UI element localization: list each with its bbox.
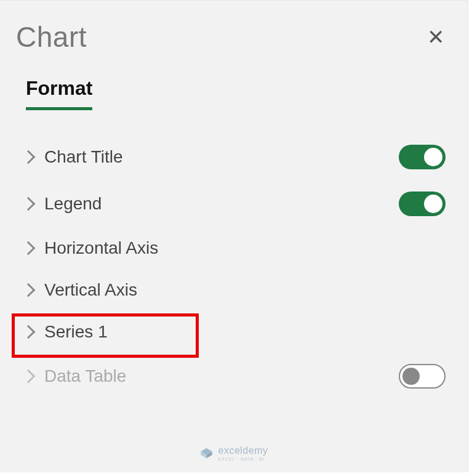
panel-header: Chart ✕ xyxy=(0,1,468,60)
chart-format-panel: Chart ✕ Format Chart Title Legend Horizo… xyxy=(0,0,468,472)
option-chart-title[interactable]: Chart Title xyxy=(21,134,446,180)
panel-title: Chart xyxy=(16,20,87,54)
close-icon[interactable]: ✕ xyxy=(422,24,449,50)
toggle-chart-title[interactable] xyxy=(399,145,446,169)
watermark-text: exceldemy EXCEL · DATA · BI xyxy=(218,446,268,461)
option-data-table: Data Table xyxy=(21,353,446,400)
option-left: Vertical Axis xyxy=(21,280,137,300)
chevron-right-icon[interactable] xyxy=(22,283,36,297)
option-series-1[interactable]: Series 1 xyxy=(21,311,446,353)
option-left: Series 1 xyxy=(21,322,108,342)
chevron-right-icon[interactable] xyxy=(22,325,36,339)
format-options-list: Chart Title Legend Horizontal Axis Verti… xyxy=(0,110,468,400)
option-label: Series 1 xyxy=(44,322,108,342)
option-label: Legend xyxy=(44,194,102,214)
option-label: Vertical Axis xyxy=(44,280,137,300)
watermark-main: exceldemy xyxy=(218,446,268,456)
option-label: Horizontal Axis xyxy=(44,238,158,258)
option-label: Data Table xyxy=(44,366,126,386)
toggle-data-table[interactable] xyxy=(399,364,446,389)
option-left: Legend xyxy=(21,194,102,214)
chevron-right-icon[interactable] xyxy=(22,197,36,211)
option-label: Chart Title xyxy=(44,147,123,167)
tab-format[interactable]: Format xyxy=(26,77,92,110)
option-horizontal-axis[interactable]: Horizontal Axis xyxy=(21,227,446,269)
option-left: Chart Title xyxy=(21,147,123,167)
chevron-right-icon xyxy=(22,369,36,384)
option-vertical-axis[interactable]: Vertical Axis xyxy=(21,269,446,311)
chevron-right-icon[interactable] xyxy=(22,150,36,164)
watermark-logo-icon xyxy=(200,447,214,461)
chevron-right-icon[interactable] xyxy=(22,241,36,256)
watermark: exceldemy EXCEL · DATA · BI xyxy=(200,446,268,461)
watermark-sub: EXCEL · DATA · BI xyxy=(218,457,268,461)
tab-row: Format xyxy=(0,60,468,110)
toggle-legend[interactable] xyxy=(399,192,446,216)
option-left: Horizontal Axis xyxy=(21,238,158,258)
option-legend[interactable]: Legend xyxy=(21,180,446,227)
option-left: Data Table xyxy=(21,366,126,386)
